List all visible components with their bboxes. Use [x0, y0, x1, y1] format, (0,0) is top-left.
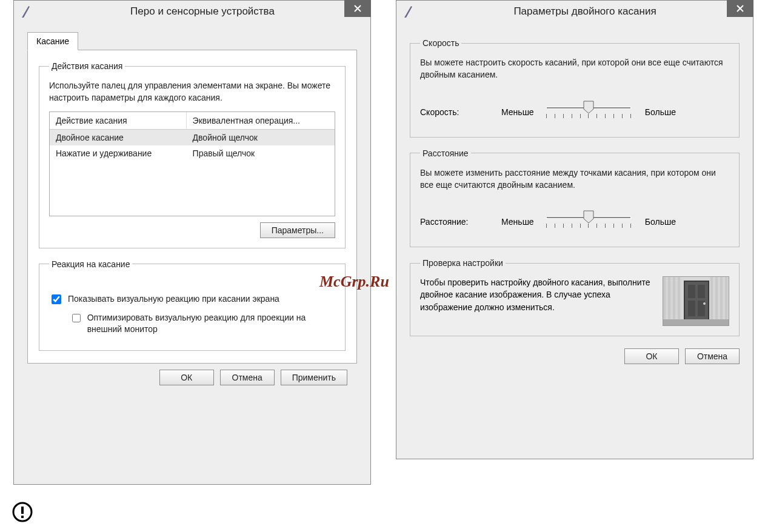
touch-feedback-group: Реакция на касание Показывать визуальную…	[39, 259, 346, 351]
table-body: Двойное касание Двойной щелчок Нажатие и…	[50, 130, 335, 216]
settings-button[interactable]: Параметры...	[260, 222, 335, 238]
group-legend: Скорость	[420, 38, 461, 48]
app-icon	[18, 3, 35, 20]
group-legend: Проверка настройки	[420, 258, 506, 268]
warning-icon	[12, 502, 33, 522]
slider-more-label: Больше	[640, 107, 676, 117]
close-button[interactable]	[344, 0, 371, 17]
test-group: Проверка настройки Чтобы проверить настр…	[410, 258, 740, 336]
speed-group: Скорость Вы можете настроить скорость ка…	[410, 38, 740, 138]
touch-actions-group: Действия касания Используйте палец для у…	[39, 61, 346, 248]
checkbox-optimize-row: Оптимизировать визуальную реакцию для пр…	[70, 312, 335, 336]
distance-slider[interactable]	[546, 210, 631, 233]
slider-caption: Расстояние:	[420, 217, 493, 227]
double-tap-settings-dialog: Параметры двойного касания Скорость Вы м…	[396, 0, 753, 459]
titlebar: Перо и сенсорные устройства	[14, 1, 370, 22]
test-description: Чтобы проверить настройку двойного касан…	[420, 276, 654, 313]
svg-rect-2	[21, 516, 24, 518]
slider-less-label: Меньше	[501, 107, 538, 117]
dialog-title: Перо и сенсорные устройства	[35, 5, 370, 18]
table-header: Действие касания Эквивалентная операция.…	[50, 112, 335, 130]
group-legend: Реакция на касание	[49, 259, 132, 269]
apply-button[interactable]: Применить	[281, 370, 347, 385]
distance-group: Расстояние Вы можете изменить расстояние…	[410, 148, 740, 248]
cancel-button[interactable]: Отмена	[220, 370, 275, 385]
col-equivalent[interactable]: Эквивалентная операция...	[187, 112, 335, 129]
slider-caption: Скорость:	[420, 107, 493, 117]
group-description: Используйте палец для управления элемент…	[49, 79, 335, 104]
dialog-button-bar: ОК Отмена	[410, 342, 740, 364]
checkbox-show-feedback-row: Показывать визуальную реакцию при касани…	[49, 293, 335, 306]
slider-more-label: Больше	[640, 217, 676, 227]
table-spacer	[50, 161, 335, 216]
checkbox-show-feedback[interactable]	[52, 294, 61, 304]
cell-equiv: Двойной щелчок	[187, 130, 335, 145]
cell-equiv: Правый щелчок	[187, 145, 335, 161]
dialog-body: Касание Действия касания Используйте пал…	[14, 22, 370, 394]
group-legend: Действия касания	[49, 61, 125, 71]
actions-table: Действие касания Эквивалентная операция.…	[49, 111, 335, 216]
group-legend: Расстояние	[420, 148, 471, 158]
dialog-title: Параметры двойного касания	[417, 5, 753, 18]
titlebar: Параметры двойного касания	[396, 1, 753, 22]
cell-action: Нажатие и удерживание	[50, 145, 187, 161]
ok-button[interactable]: ОК	[624, 348, 679, 364]
cancel-button[interactable]: Отмена	[685, 348, 740, 364]
app-icon	[400, 3, 417, 20]
slider-less-label: Меньше	[501, 217, 538, 227]
group-description: Вы можете настроить скорость касаний, пр…	[420, 56, 729, 81]
close-button[interactable]	[727, 0, 753, 17]
checkbox-label: Показывать визуальную реакцию при касани…	[68, 293, 279, 305]
checkbox-label: Оптимизировать визуальную реакцию для пр…	[87, 312, 335, 336]
tab-panel: Действия касания Используйте палец для у…	[27, 50, 357, 364]
slider-row: Скорость: Меньше Больше	[420, 101, 729, 124]
pen-touch-dialog: Перо и сенсорные устройства Касание Дейс…	[13, 0, 371, 485]
checkbox-optimize-projection[interactable]	[72, 313, 81, 323]
table-row[interactable]: Нажатие и удерживание Правый щелчок	[50, 145, 335, 161]
speed-slider[interactable]	[546, 101, 631, 124]
group-description: Вы можете изменить расстояние между точк…	[420, 167, 729, 191]
slider-thumb[interactable]	[583, 210, 595, 224]
ok-button[interactable]: ОК	[159, 370, 214, 385]
dialog-body: Скорость Вы можете настроить скорость ка…	[396, 22, 753, 373]
slider-thumb[interactable]	[583, 101, 595, 114]
tab-strip: Касание	[27, 32, 357, 50]
tab-touch[interactable]: Касание	[27, 32, 78, 50]
slider-row: Расстояние: Меньше Больше	[420, 210, 729, 233]
cell-action: Двойное касание	[50, 130, 187, 145]
dialog-button-bar: ОК Отмена Применить	[27, 364, 357, 385]
svg-rect-1	[21, 507, 24, 514]
table-row[interactable]: Двойное касание Двойной щелчок	[50, 130, 335, 145]
col-action[interactable]: Действие касания	[50, 112, 187, 129]
double-tap-test-image[interactable]	[663, 276, 729, 326]
